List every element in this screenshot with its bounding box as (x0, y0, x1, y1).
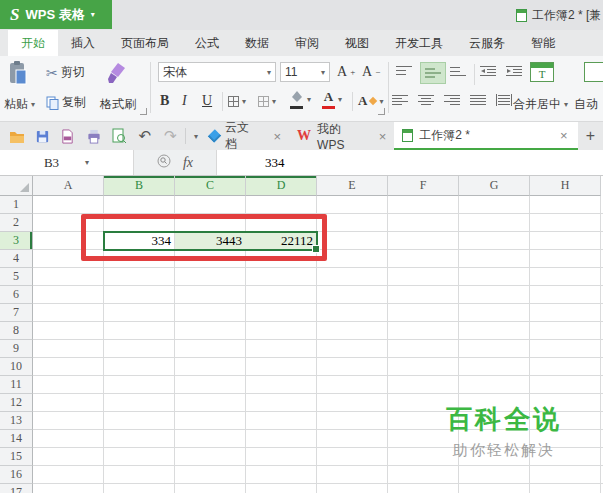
doc-tab[interactable]: W我的WPS× (289, 122, 394, 150)
row-header-9[interactable]: 9 (0, 340, 33, 358)
cloud-doc-cube-icon (208, 129, 221, 142)
wrap-text-icon[interactable] (584, 62, 603, 82)
menu-tab-云服务[interactable]: 云服务 (456, 30, 518, 56)
cut-button[interactable]: ✂ 剪切 (46, 64, 85, 81)
align-center-button[interactable] (418, 94, 434, 106)
underline-button[interactable]: U (202, 90, 212, 112)
format-painter-icon[interactable] (104, 61, 128, 85)
justify-button[interactable] (470, 94, 486, 106)
menu-tab-插入[interactable]: 插入 (58, 30, 108, 56)
font-color-button[interactable]: A ▾ (322, 88, 342, 110)
align-top-button[interactable] (396, 65, 412, 77)
save-icon[interactable] (32, 125, 54, 147)
column-header-H[interactable]: H (530, 176, 601, 196)
row-header-5[interactable]: 5 (0, 268, 33, 286)
borders-button[interactable]: ▾ (228, 90, 246, 112)
menu-tab-开发工具[interactable]: 开发工具 (382, 30, 456, 56)
row-header-16[interactable]: 16 (0, 466, 33, 484)
document-title-text: 工作簿2 * [兼 (532, 7, 601, 24)
paste-button[interactable]: 粘贴 ▾ (4, 96, 35, 113)
clipboard-dialog-launcher[interactable] (140, 108, 147, 115)
brush-icon (104, 61, 128, 85)
undo-icon[interactable]: ↶ (134, 125, 156, 147)
new-tab-button[interactable]: + (578, 122, 603, 150)
menu-tab-智能[interactable]: 智能 (518, 30, 568, 56)
align-middle-button[interactable] (420, 62, 446, 84)
column-header-A[interactable]: A (33, 176, 104, 196)
row-header-2[interactable]: 2 (0, 214, 33, 232)
row-header-3[interactable]: 3 (0, 232, 33, 250)
row-header-6[interactable]: 6 (0, 286, 33, 304)
row-header-1[interactable]: 1 (0, 196, 33, 214)
column-header-C[interactable]: C (175, 176, 246, 196)
menu-tab-公式[interactable]: 公式 (182, 30, 232, 56)
row-header-10[interactable]: 10 (0, 358, 33, 376)
decrease-indent-button[interactable] (480, 65, 496, 77)
merge-center-icon[interactable]: T (530, 62, 554, 82)
font-name-select[interactable]: 宋体 ▾ (158, 62, 276, 82)
name-box-value: B3 (44, 155, 59, 171)
shading-button[interactable]: ▾ (258, 90, 276, 112)
name-box[interactable]: B3 ▾ (0, 150, 134, 175)
open-folder-icon[interactable] (6, 125, 28, 147)
row-header-17[interactable]: 17 (0, 484, 33, 493)
close-tab-icon[interactable]: × (379, 129, 387, 144)
row-header-8[interactable]: 8 (0, 322, 33, 340)
select-all-corner[interactable] (0, 176, 33, 196)
redo-icon[interactable]: ↷ (159, 125, 181, 147)
menu-tab-开始[interactable]: 开始 (8, 30, 58, 56)
merge-center-button[interactable]: 合并居中 ▾ (513, 96, 568, 113)
customize-toolbar-icon[interactable]: ▾ (190, 132, 202, 141)
row-header-13[interactable]: 13 (0, 412, 33, 430)
align-bottom-button[interactable] (450, 65, 466, 77)
align-right-button[interactable] (444, 94, 460, 106)
font-size-select[interactable]: 11 ▾ (280, 62, 330, 82)
font-dialog-launcher[interactable] (378, 108, 385, 115)
menu-tab-页面布局[interactable]: 页面布局 (108, 30, 182, 56)
column-header-G[interactable]: G (459, 176, 530, 196)
chevron-down-icon: ▾ (91, 10, 95, 19)
close-tab-icon[interactable]: × (273, 129, 281, 144)
distribute-button[interactable] (496, 94, 512, 106)
watermark-title: 百科全说 (428, 402, 580, 437)
menu-tab-数据[interactable]: 数据 (232, 30, 282, 56)
print-preview-icon[interactable] (108, 125, 130, 147)
doc-tab[interactable]: 工作簿2 *× (394, 122, 577, 150)
insert-function-icon[interactable]: fx (183, 155, 193, 171)
export-pdf-icon[interactable] (57, 125, 79, 147)
format-painter-button[interactable]: 格式刷 (100, 96, 136, 113)
italic-button[interactable]: I (182, 90, 187, 112)
shrink-font-button[interactable]: A− (362, 64, 380, 80)
copy-button[interactable]: 复制 (46, 94, 86, 111)
column-header-D[interactable]: D (246, 176, 317, 196)
row-header-12[interactable]: 12 (0, 394, 33, 412)
qa-separator (185, 128, 186, 144)
chevron-down-icon: ▾ (321, 68, 325, 77)
doc-tab[interactable]: 云文档× (202, 122, 289, 150)
chevron-down-icon: ▾ (338, 95, 342, 104)
column-header-B[interactable]: B (104, 176, 175, 196)
eraser-icon (369, 97, 377, 105)
paste-icon[interactable] (8, 60, 28, 86)
row-header-15[interactable]: 15 (0, 448, 33, 466)
wrap-text-label: 自动 (574, 96, 598, 113)
fill-color-button[interactable]: ▾ (290, 88, 311, 110)
menu-tab-视图[interactable]: 视图 (332, 30, 382, 56)
column-header-E[interactable]: E (317, 176, 388, 196)
wrap-text-button[interactable]: 自动 (574, 96, 598, 113)
row-header-7[interactable]: 7 (0, 304, 33, 322)
column-header-F[interactable]: F (388, 176, 459, 196)
menu-tab-审阅[interactable]: 审阅 (282, 30, 332, 56)
row-header-4[interactable]: 4 (0, 250, 33, 268)
bold-button[interactable]: B (160, 90, 169, 112)
close-tab-icon[interactable]: × (560, 128, 568, 143)
wps-app-menu-button[interactable]: S WPS 表格 ▾ (0, 0, 112, 29)
align-left-button[interactable] (392, 94, 408, 106)
grow-font-button[interactable]: A+ (337, 64, 355, 80)
row-header-14[interactable]: 14 (0, 430, 33, 448)
row-header-11[interactable]: 11 (0, 376, 33, 394)
print-icon[interactable] (83, 125, 105, 147)
increase-indent-button[interactable] (506, 65, 522, 77)
search-magnifier-icon[interactable] (157, 154, 171, 171)
formula-input[interactable]: 334 (217, 150, 603, 175)
